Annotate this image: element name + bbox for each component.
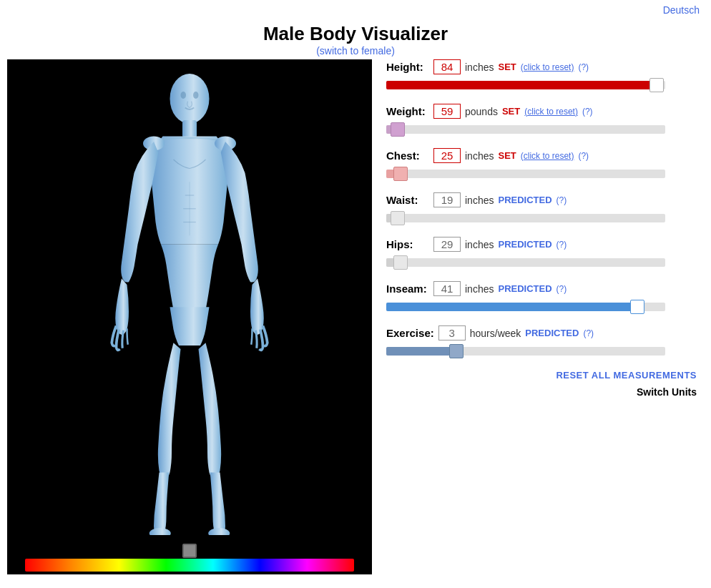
waist-label-row: Waist: 19 inches PREDICTED (?)	[386, 192, 697, 207]
page-title: Male Body Visualizer	[0, 23, 711, 45]
svg-point-5	[208, 528, 230, 535]
height-thumb[interactable]	[649, 78, 664, 92]
controls-panel: Height: 84 inches SET (click to reset) (…	[372, 59, 704, 398]
weight-unit: pounds	[465, 106, 498, 117]
inseam-value[interactable]: 41	[433, 281, 461, 296]
switch-units-button[interactable]: Switch Units	[637, 386, 697, 398]
inseam-thumb[interactable]	[630, 300, 644, 314]
inseam-status: PREDICTED	[498, 283, 551, 294]
reset-all-button[interactable]: RESET ALL MEASUREMENTS	[556, 370, 697, 381]
chest-value[interactable]: 25	[433, 148, 461, 163]
inseam-help[interactable]: (?)	[556, 284, 567, 294]
height-help[interactable]: (?)	[578, 62, 589, 72]
inseam-label-row: Inseam: 41 inches PREDICTED (?)	[386, 281, 697, 296]
chest-label: Chest:	[386, 150, 429, 162]
exercise-unit: hours/week	[470, 328, 521, 339]
inseam-label: Inseam:	[386, 283, 429, 295]
chest-status: SET	[498, 150, 516, 161]
weight-status: SET	[502, 106, 520, 117]
svg-point-11	[193, 92, 199, 99]
color-bar-wrapper	[25, 559, 354, 572]
switch-gender-link[interactable]: (switch to female)	[316, 45, 395, 57]
waist-label: Waist:	[386, 194, 429, 206]
exercise-track	[386, 347, 665, 356]
height-slider[interactable]	[386, 78, 665, 92]
body-svg	[75, 70, 304, 535]
waist-value[interactable]: 19	[433, 192, 461, 207]
hips-unit: inches	[465, 239, 494, 250]
waist-unit: inches	[465, 195, 494, 206]
header: Male Body Visualizer (switch to female)	[0, 16, 711, 59]
hips-row: Hips: 29 inches PREDICTED (?)	[386, 237, 697, 270]
chest-help[interactable]: (?)	[578, 151, 589, 161]
color-bar-thumb[interactable]	[182, 544, 197, 558]
svg-point-0	[170, 74, 210, 124]
height-label: Height:	[386, 61, 429, 73]
chest-reset[interactable]: (click to reset)	[521, 151, 574, 161]
body-visualizer	[7, 59, 372, 574]
hips-slider[interactable]	[386, 255, 665, 270]
hips-label-row: Hips: 29 inches PREDICTED (?)	[386, 237, 697, 252]
weight-track	[386, 125, 665, 134]
height-reset[interactable]: (click to reset)	[521, 62, 574, 72]
exercise-slider[interactable]	[386, 344, 665, 358]
inseam-track	[386, 303, 665, 311]
hips-thumb[interactable]	[393, 255, 408, 270]
inseam-row: Inseam: 41 inches PREDICTED (?)	[386, 281, 697, 314]
weight-slider[interactable]	[386, 122, 665, 137]
waist-thumb[interactable]	[391, 211, 405, 225]
weight-label-row: Weight: 59 pounds SET (click to reset) (…	[386, 104, 697, 119]
exercise-thumb[interactable]	[449, 344, 464, 358]
inseam-fill	[386, 303, 637, 311]
exercise-fill	[386, 347, 456, 356]
svg-point-10	[181, 92, 187, 99]
height-track	[386, 81, 665, 89]
exercise-label: Exercise:	[386, 327, 434, 339]
main-content: Height: 84 inches SET (click to reset) (…	[0, 59, 711, 582]
exercise-status: PREDICTED	[525, 328, 579, 338]
chest-slider[interactable]	[386, 167, 665, 181]
waist-help[interactable]: (?)	[556, 195, 567, 205]
waist-slider[interactable]	[386, 211, 665, 225]
weight-value[interactable]: 59	[433, 104, 461, 119]
inseam-slider[interactable]	[386, 300, 665, 314]
height-unit: inches	[465, 62, 494, 73]
top-bar: Deutsch	[0, 0, 711, 16]
bottom-actions: RESET ALL MEASUREMENTS Switch Units	[386, 370, 697, 398]
hips-value[interactable]: 29	[433, 237, 461, 252]
hips-track	[386, 258, 665, 267]
hips-status: PREDICTED	[498, 239, 551, 250]
exercise-value[interactable]: 3	[438, 325, 466, 340]
weight-label: Weight:	[386, 105, 429, 117]
height-value[interactable]: 84	[433, 59, 461, 74]
inseam-unit: inches	[465, 283, 494, 295]
weight-help[interactable]: (?)	[582, 107, 593, 117]
color-bar-area	[7, 559, 372, 572]
weight-reset[interactable]: (click to reset)	[524, 107, 578, 117]
height-status: SET	[498, 62, 516, 72]
height-label-row: Height: 84 inches SET (click to reset) (…	[386, 59, 697, 74]
svg-rect-1	[182, 120, 197, 138]
height-row: Height: 84 inches SET (click to reset) (…	[386, 59, 697, 92]
weight-thumb[interactable]	[391, 122, 405, 137]
chest-thumb[interactable]	[393, 167, 408, 181]
height-fill	[386, 81, 657, 89]
hips-label: Hips:	[386, 238, 429, 250]
chest-track	[386, 170, 665, 178]
waist-status: PREDICTED	[498, 195, 551, 205]
body-figure	[7, 59, 372, 546]
exercise-help[interactable]: (?)	[583, 328, 594, 338]
chest-unit: inches	[465, 150, 494, 162]
waist-track	[386, 214, 665, 222]
hips-help[interactable]: (?)	[556, 240, 567, 250]
weight-row: Weight: 59 pounds SET (click to reset) (…	[386, 104, 697, 137]
svg-point-4	[149, 528, 171, 535]
chest-label-row: Chest: 25 inches SET (click to reset) (?…	[386, 148, 697, 163]
language-link[interactable]: Deutsch	[663, 4, 700, 16]
exercise-label-row: Exercise: 3 hours/week PREDICTED (?)	[386, 325, 697, 340]
exercise-row: Exercise: 3 hours/week PREDICTED (?)	[386, 325, 697, 358]
color-bar[interactable]	[25, 559, 354, 572]
chest-row: Chest: 25 inches SET (click to reset) (?…	[386, 148, 697, 181]
waist-row: Waist: 19 inches PREDICTED (?)	[386, 192, 697, 225]
